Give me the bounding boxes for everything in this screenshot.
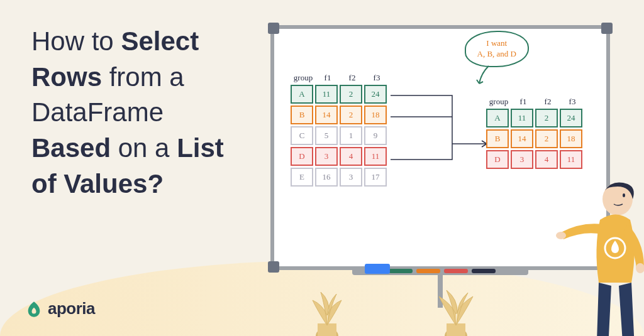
table-cell: E (291, 168, 313, 187)
column-header: f1 (512, 97, 535, 107)
table-cell: 1 (340, 126, 362, 145)
marker-icon (444, 269, 468, 273)
bubble-text: A, B, and D (477, 49, 516, 58)
marker-icon (389, 269, 413, 273)
marker-tray (352, 266, 528, 275)
table-cell: C (291, 126, 313, 145)
table-cell: 24 (364, 85, 387, 104)
corner-icon (268, 23, 279, 34)
table-cell: 17 (364, 168, 387, 187)
speech-bubble: I want A, B, and D (465, 31, 529, 67)
marker-icon (416, 269, 440, 273)
table-cell: 3 (511, 150, 533, 169)
table-cell: 3 (340, 168, 362, 187)
table-cell: 9 (364, 126, 387, 145)
table-cell: 11 (560, 150, 582, 169)
corner-icon (268, 261, 279, 273)
eraser-icon (365, 264, 390, 274)
aporia-icon (25, 300, 43, 318)
table-cell: 4 (340, 147, 362, 166)
column-header: f1 (316, 73, 339, 83)
corner-icon (601, 23, 613, 34)
table-cell: 14 (315, 106, 338, 124)
table-cell: 11 (511, 109, 533, 127)
person-illustration (550, 173, 644, 336)
table-cell: D (291, 147, 313, 166)
table-row: B14218 (291, 106, 388, 124)
table-cell: B (486, 129, 509, 148)
source-table: groupf1f2f3 A11224B14218C519D3411E16317 (291, 73, 388, 188)
bubble-text: I want (486, 38, 507, 48)
table-cell: 11 (315, 85, 338, 104)
table-cell: 18 (364, 106, 387, 124)
table-cell: 4 (535, 150, 558, 169)
column-header: group (487, 97, 510, 107)
table-cell: 3 (315, 147, 338, 166)
table-cell: A (291, 85, 313, 104)
table-cell: D (486, 150, 509, 169)
page-title: How to Select Rows from a DataFrame Base… (31, 24, 245, 202)
table-cell: 2 (535, 109, 558, 127)
plant-icon (299, 276, 355, 336)
table-cell: 16 (315, 168, 338, 187)
table-row: A11224 (486, 109, 584, 127)
plant-icon (428, 276, 484, 336)
table-cell: 14 (511, 129, 533, 148)
svg-point-7 (556, 232, 566, 239)
table-cell: 5 (315, 126, 338, 145)
table-cell: 18 (560, 129, 582, 148)
brand-name: aporia (48, 299, 95, 318)
table-row: B14218 (486, 129, 584, 148)
table-cell: 2 (340, 85, 362, 104)
table-row: D3411 (486, 150, 584, 169)
table-cell: B (291, 106, 313, 124)
brand-logo: aporia (25, 299, 95, 318)
filter-arrow-icon (389, 84, 499, 210)
table-cell: A (486, 109, 509, 127)
table-cell: 11 (364, 147, 387, 166)
column-header: group (292, 73, 314, 83)
table-row: A11224 (291, 85, 388, 104)
column-header: f3 (365, 73, 388, 83)
column-header: f3 (561, 97, 584, 107)
table-row: E16317 (291, 168, 388, 187)
table-cell: 24 (560, 109, 582, 127)
svg-point-5 (623, 193, 625, 197)
table-row: C519 (291, 126, 388, 145)
marker-icon (472, 269, 496, 273)
table-cell: 2 (340, 106, 362, 124)
table-row: D3411 (291, 147, 388, 166)
table-cell: 2 (535, 129, 558, 148)
result-table: groupf1f2f3 A11224B14218D3411 (486, 97, 584, 171)
column-header: f2 (341, 73, 364, 83)
column-header: f2 (536, 97, 559, 107)
